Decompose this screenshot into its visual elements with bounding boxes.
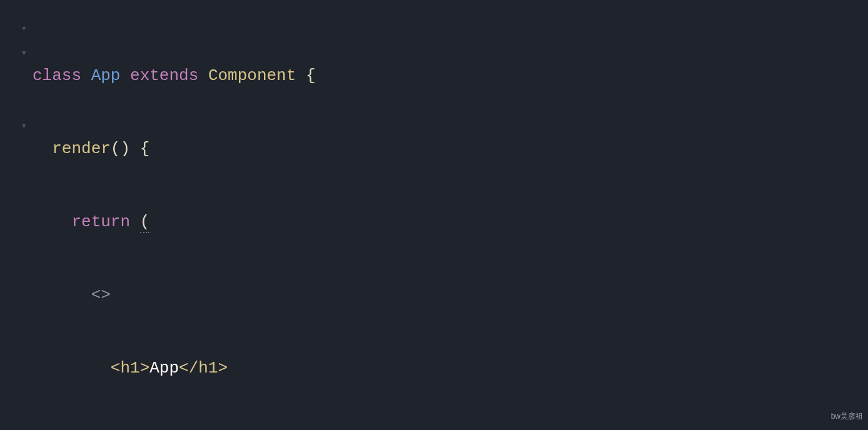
watermark: bw吴彦祖 [831,404,863,429]
jsx-text: App [149,359,179,378]
brace-open: { [140,139,150,158]
tag-end-open: </ [179,359,198,378]
class-name: App [91,66,121,85]
keyword-class: class [33,66,81,85]
keyword-extends: extends [130,66,198,85]
parens: () [111,139,130,158]
code-line: return ( [33,210,868,234]
fold-toggle-icon[interactable]: ▼ [22,41,26,66]
tag-end-name: h1 [198,359,218,378]
fragment-open: <> [91,286,111,304]
gutter: ▼ ▼ ▼ [0,0,33,430]
brace-open: { [306,66,316,85]
code-editor[interactable]: ▼ ▼ ▼ class App extends Component { rend… [0,0,868,430]
method-name: render [52,139,111,158]
tag-open: < [111,359,121,378]
fold-toggle-icon[interactable]: ▼ [22,114,26,139]
keyword-return: return [71,212,130,231]
code-line: render() { [33,137,868,161]
extends-name: Component [208,66,296,85]
paren-open: ( [140,212,150,233]
code-area[interactable]: class App extends Component { render() {… [33,15,868,430]
tag-name: h1 [120,359,139,378]
fold-toggle-icon[interactable]: ▼ [22,17,26,41]
code-line: class App extends Component { [33,64,868,88]
code-line: <> [33,283,868,308]
tag-close: > [140,359,150,378]
code-line: <h1>App</h1> [33,356,868,381]
tag-end-close: > [218,359,228,378]
